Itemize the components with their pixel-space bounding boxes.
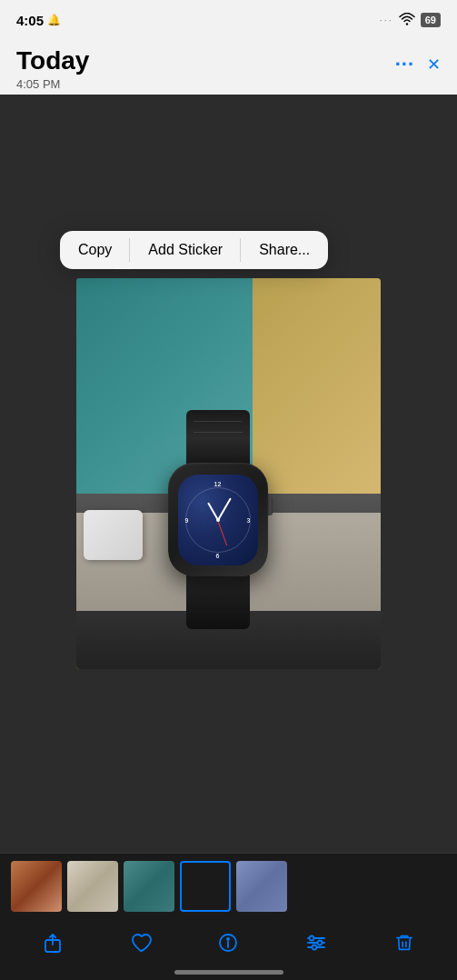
trash-icon: [394, 932, 414, 954]
clock-6: 6: [216, 553, 220, 559]
share-button[interactable]: Share...: [241, 231, 328, 269]
favorite-button[interactable]: [121, 923, 161, 963]
share-icon: [42, 932, 64, 954]
watch-case: 12 3 6 9: [168, 463, 268, 576]
close-button[interactable]: ✕: [427, 55, 441, 75]
more-options-button[interactable]: ···: [395, 53, 414, 76]
battery-indicator: 69: [421, 13, 441, 27]
photo-area: Copy Add Sticker Share...: [0, 95, 457, 853]
svg-point-4: [227, 938, 229, 940]
watch-body: 12 3 6 9: [164, 410, 273, 537]
bell-icon: 🔔: [47, 14, 61, 26]
svg-point-0: [406, 23, 408, 25]
thumbnail-1[interactable]: [67, 861, 118, 912]
header-subtitle: 4:05 PM: [16, 77, 89, 91]
thumbnail-3[interactable]: [180, 861, 231, 912]
info-icon: [217, 932, 239, 954]
clock-center: [216, 518, 220, 522]
delete-button[interactable]: [384, 923, 424, 963]
share-action-button[interactable]: [33, 923, 73, 963]
watch-photo: 12 3 6 9: [76, 278, 381, 669]
add-sticker-button[interactable]: Add Sticker: [130, 231, 241, 269]
band-bottom: [186, 575, 250, 629]
thumbnails-strip: [0, 854, 457, 919]
home-indicator: [174, 970, 283, 975]
action-bar: [0, 919, 457, 966]
thumbnail-0[interactable]: [11, 861, 62, 912]
wifi-icon: [399, 13, 415, 28]
context-menu: Copy Add Sticker Share...: [60, 231, 328, 269]
adjust-button[interactable]: [296, 923, 336, 963]
charger-block: [84, 510, 143, 560]
signal-dots: ···: [380, 15, 393, 25]
page-title: Today: [16, 47, 89, 75]
info-button[interactable]: [208, 923, 248, 963]
clock-12: 12: [214, 481, 222, 487]
svg-point-10: [313, 945, 317, 950]
status-time-block: 4:05 🔔: [16, 13, 61, 28]
status-bar: 4:05 🔔 ··· 69: [0, 0, 457, 40]
copy-button[interactable]: Copy: [60, 231, 130, 269]
bottom-bar: [0, 853, 457, 980]
watch-screen: 12 3 6 9: [178, 475, 258, 565]
thumbnail-2[interactable]: [124, 861, 174, 912]
status-right: ··· 69: [380, 13, 441, 28]
watch-crown: [268, 497, 273, 515]
clock-9: 9: [185, 516, 189, 523]
clock-face: 12 3 6 9: [182, 479, 254, 561]
clock-3: 3: [247, 516, 251, 523]
header-bar: Today 4:05 PM ··· ✕: [0, 40, 457, 95]
adjust-icon: [305, 932, 327, 954]
time-label: 4:05: [16, 13, 44, 28]
svg-point-9: [318, 941, 323, 945]
photo-container: Copy Add Sticker Share...: [76, 278, 381, 669]
header-title-block: Today 4:05 PM: [16, 47, 89, 91]
band-top: [186, 410, 250, 465]
heart-icon: [130, 932, 152, 954]
thumbnail-4[interactable]: [236, 861, 287, 912]
svg-point-8: [310, 936, 314, 941]
header-actions: ··· ✕: [395, 53, 441, 76]
